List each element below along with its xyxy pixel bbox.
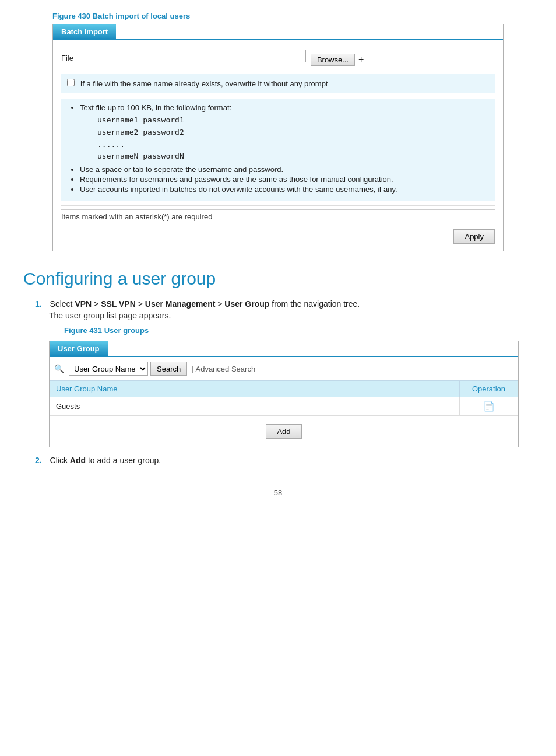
- browse-button[interactable]: Browse...: [311, 54, 355, 66]
- batch-import-tab[interactable]: Batch Import: [53, 24, 116, 39]
- user-group-table: User Group Name Operation Guests 📄: [50, 380, 518, 416]
- divider: [61, 205, 495, 206]
- search-dropdown[interactable]: User Group Name: [69, 362, 148, 376]
- info-box: Text file up to 100 KB, in the following…: [61, 99, 495, 201]
- usermgmt-bold: User Management: [145, 299, 216, 309]
- table-row: Guests 📄: [50, 397, 518, 416]
- code-block: username1 password1 username2 password2 …: [97, 114, 487, 163]
- step-1-text: Select VPN > SSL VPN > User Management >…: [50, 299, 360, 309]
- row-name: Guests: [50, 397, 460, 416]
- file-row: File Browse... +: [61, 46, 495, 69]
- required-note: Items marked with an asterisk(*) are req…: [61, 209, 495, 226]
- apply-row: Apply: [61, 226, 495, 245]
- figure-431-caption: Figure 431 User groups: [64, 326, 533, 335]
- file-input-area: Browse... +: [108, 50, 495, 66]
- table-header-row: User Group Name Operation: [50, 381, 518, 397]
- step-2-text: Click Add to add a user group.: [50, 456, 161, 465]
- search-row: 🔍 User Group Name Search | Advanced Sear…: [50, 357, 518, 380]
- info-bullet-1: Text file up to 100 KB, in the following…: [80, 103, 487, 163]
- add-bold: Add: [70, 456, 86, 465]
- info-bullet-2: Use a space or tab to seperate the usern…: [80, 165, 487, 174]
- user-group-tab[interactable]: User Group: [50, 341, 108, 356]
- panel-body: File Browse... + If a file with the same…: [53, 40, 503, 251]
- code-line-2: username2 password2: [97, 127, 487, 139]
- steps: 1. Select VPN > SSL VPN > User Managemen…: [35, 299, 533, 465]
- info-list: Text file up to 100 KB, in the following…: [80, 103, 487, 194]
- usergroup-bold: User Group: [224, 299, 269, 309]
- overwrite-checkbox[interactable]: [67, 79, 75, 86]
- ug-tab-bar: User Group: [50, 341, 518, 357]
- table-header: User Group Name Operation: [50, 381, 518, 397]
- info-bullet-3: Requirements for usernames and passwords…: [80, 175, 487, 184]
- browse-plus: +: [358, 54, 364, 64]
- info-bullet-4: User accounts imported in batches do not…: [80, 185, 487, 194]
- table-body: Guests 📄: [50, 397, 518, 416]
- overwrite-checkbox-label[interactable]: If a file with the same name already exi…: [67, 79, 328, 88]
- section-title: Configuring a user group: [23, 269, 533, 289]
- add-row: Add: [50, 416, 518, 447]
- search-icon: 🔍: [54, 364, 64, 373]
- col-operation: Operation: [460, 381, 518, 397]
- code-line-1: username1 password1: [97, 114, 487, 127]
- overwrite-label-text: If a file with the same name already exi…: [80, 79, 328, 88]
- advanced-search-link[interactable]: | Advanced Search: [192, 365, 255, 373]
- step-1: 1. Select VPN > SSL VPN > User Managemen…: [35, 299, 533, 447]
- page-number: 58: [23, 488, 533, 497]
- batch-import-panel: Batch Import File Browse... + If a file …: [52, 24, 504, 251]
- apply-button[interactable]: Apply: [453, 229, 495, 244]
- row-operation[interactable]: 📄: [460, 397, 518, 416]
- vpn-bold: VPN: [75, 299, 92, 309]
- panel-tab-bar: Batch Import: [53, 24, 503, 40]
- edit-icon[interactable]: 📄: [483, 401, 495, 411]
- step-1-sub: The user group list page appears.: [49, 311, 533, 320]
- code-line-3: ......: [97, 139, 487, 151]
- step-2-number: 2.: [35, 456, 42, 465]
- search-button[interactable]: Search: [150, 362, 187, 376]
- step-1-number: 1.: [35, 299, 42, 309]
- step-2: 2. Click Add to add a user group.: [35, 456, 533, 465]
- file-input-box[interactable]: [108, 50, 306, 62]
- col-name: User Group Name: [50, 381, 460, 397]
- code-line-4: usernameN passwordN: [97, 150, 487, 163]
- user-group-panel: User Group 🔍 User Group Name Search | Ad…: [49, 341, 519, 447]
- figure-430-caption: Figure 430 Batch import of local users: [52, 12, 533, 20]
- sslvpn-bold: SSL VPN: [101, 299, 136, 309]
- checkbox-row: If a file with the same name already exi…: [61, 74, 495, 93]
- file-label: File: [61, 54, 108, 62]
- add-button[interactable]: Add: [266, 424, 301, 439]
